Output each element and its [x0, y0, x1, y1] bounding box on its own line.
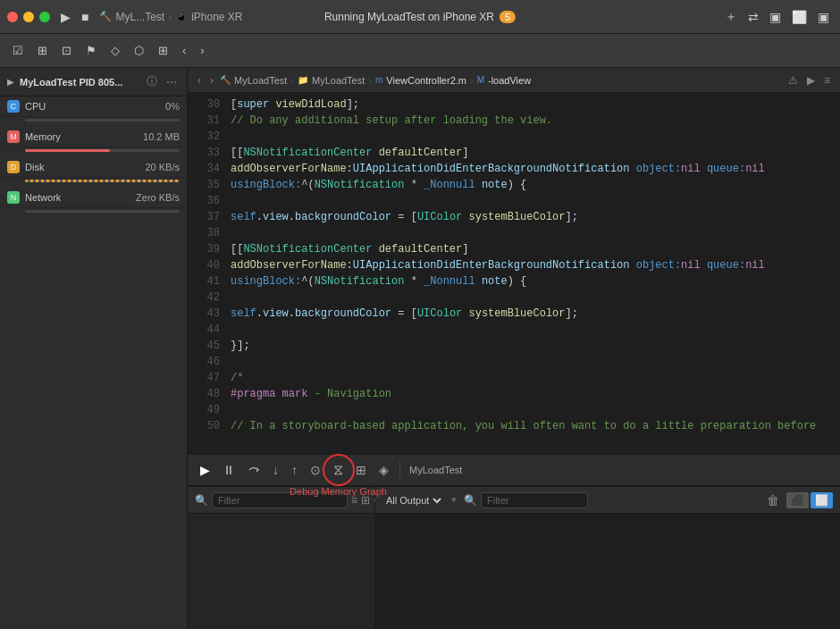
debug-stepout-btn[interactable]: ↑ [286, 460, 303, 480]
layout-split-button[interactable]: ▣ [766, 7, 785, 27]
close-button[interactable] [7, 12, 18, 22]
nav-group[interactable]: MyLoadTest [312, 75, 365, 86]
add-button[interactable]: ＋ [721, 7, 741, 27]
project-breadcrumb[interactable]: MyL...Test [115, 11, 164, 23]
cpu-value: 0% [165, 101, 180, 112]
cpu-icon: C [7, 100, 20, 113]
memory-metric-row[interactable]: M Memory 10.2 MB [0, 127, 187, 147]
debug-stepin-btn[interactable]: ↓ [267, 460, 284, 480]
debug-stepover-btn[interactable] [242, 461, 265, 479]
debug-pause-btn[interactable]: ⏸ [217, 460, 240, 480]
sidebar-title: MyLoadTest PID 805... [20, 77, 139, 88]
bottom-left: 🔍 ≡ ⊞ ⚙ [188, 487, 375, 629]
disk-label: Disk [25, 162, 145, 172]
code-line: 47 /* [188, 370, 840, 386]
nav-project-icon: 🔨 [220, 75, 231, 85]
layout-full-btn[interactable]: ⬜ [811, 492, 833, 508]
cpu-metric-row[interactable]: C CPU 0% [0, 96, 187, 117]
toolbar-breakpoints[interactable]: ⊡ [56, 41, 77, 60]
memory-bar-fill [25, 149, 110, 152]
output-filter-input[interactable] [481, 492, 588, 508]
nav-warning-btn[interactable]: ⚠ [785, 73, 801, 88]
warning-badge[interactable]: 5 [500, 11, 516, 23]
memory-bar [25, 149, 180, 152]
code-line: 35 usingBlock:^(NSNotification * _Nonnul… [188, 177, 840, 193]
disk-value: 20 KB/s [145, 162, 180, 172]
network-bar-container [0, 208, 187, 218]
back-forward-button[interactable]: ⇄ [744, 7, 762, 27]
network-bar [25, 210, 180, 213]
layout-split-btn[interactable]: ⬛ [786, 492, 809, 508]
bottom-panel: 🔍 ≡ ⊞ ⚙ All Output ▾ 🔍 [188, 486, 840, 629]
device-breadcrumb[interactable]: iPhone XR [191, 11, 242, 23]
nav-method[interactable]: -loadView [488, 75, 531, 86]
stop-button[interactable]: ■ [78, 8, 92, 26]
memory-icon: M [7, 130, 20, 143]
network-value: Zero KB/s [136, 192, 180, 203]
trash-button[interactable]: 🗑 [767, 493, 779, 507]
nav-project[interactable]: MyLoadTest [234, 75, 287, 86]
toolbar-bookmark[interactable]: ⬡ [129, 41, 149, 60]
sidebar-more-btn[interactable]: ⋯ [164, 73, 180, 90]
maximize-button[interactable] [39, 12, 50, 22]
nav-list-btn[interactable]: ≡ [821, 73, 833, 88]
code-line: 38 [188, 225, 840, 241]
code-line: 39 [[NSNotificationCenter defaultCenter] [188, 241, 840, 257]
memory-label: Memory [25, 131, 143, 142]
debug-memory-graph-label: Debug Memory Graph [290, 486, 387, 497]
debug-continue-btn[interactable]: ▶ [195, 460, 215, 480]
layout-full-button[interactable]: ⬜ [788, 7, 811, 27]
disk-icon: D [7, 161, 20, 173]
sidebar: ▶ MyLoadTest PID 805... ⓘ ⋯ C CPU 0% M M… [0, 68, 188, 629]
toolbar-forward[interactable]: › [195, 41, 209, 60]
nav-back-btn[interactable]: ‹ [195, 73, 204, 88]
disk-metric-row[interactable]: D Disk 20 KB/s [0, 157, 187, 178]
editor-area: ‹ › 🔨 MyLoadTest › 📁 MyLoadTest › m View… [188, 68, 840, 629]
layout-right-button[interactable]: ▣ [814, 7, 833, 27]
filter-icon: 🔍 [195, 494, 208, 507]
toolbar-diamond[interactable]: ◇ [105, 41, 125, 60]
debug-viewhierarchy-btn[interactable]: ⊞ [350, 460, 372, 480]
sidebar-app-icon: ▶ [7, 77, 14, 87]
breadcrumb-sep-1: › [168, 11, 172, 23]
sidebar-icons: ⓘ ⋯ [144, 73, 180, 90]
code-line: 37 self.view.backgroundColor = [UIColor … [188, 209, 840, 225]
minimize-button[interactable] [23, 12, 34, 22]
code-content[interactable]: 30 [super viewDidLoad];31 // Do any addi… [188, 93, 840, 454]
nav-group-icon: 📁 [298, 75, 308, 85]
debug-target-label: MyLoadTest [409, 465, 462, 475]
output-bar: All Output ▾ 🔍 🗑 ⬛ ⬜ [375, 487, 840, 514]
code-line: 43 self.view.backgroundColor = [UIColor … [188, 306, 840, 322]
code-line: 44 [188, 322, 840, 338]
nav-forward-btn[interactable]: › [207, 73, 216, 88]
code-line: 30 [super viewDidLoad]; [188, 96, 840, 113]
debug-location-btn[interactable]: ⊙ [305, 460, 326, 480]
toolbar-checkbox[interactable]: ☑ [7, 41, 29, 60]
cpu-bar-container [0, 117, 187, 127]
bottom-left-content [188, 514, 374, 629]
toolbar-back[interactable]: ‹ [177, 41, 191, 60]
right-controls: ＋ ⇄ ▣ ⬜ ▣ [721, 7, 833, 27]
debug-simulate-btn[interactable]: ◈ [374, 460, 394, 480]
debug-memory-graph-btn[interactable]: ⧖ [328, 459, 349, 481]
network-metric-row[interactable]: N Network Zero KB/s [0, 188, 187, 208]
code-line: 40 addObserverForName:UIApplicationDidEn… [188, 257, 840, 273]
main-toolbar: ☑ ⊞ ⊡ ⚑ ◇ ⬡ ⊞ ‹ › [0, 34, 840, 68]
code-line: 49 [188, 402, 840, 418]
nav-file[interactable]: ViewController2.m [386, 75, 466, 86]
output-select[interactable]: All Output [382, 494, 444, 507]
debug-sep [399, 461, 400, 479]
toolbar-add-breakpoint[interactable]: ⊞ [32, 41, 53, 60]
run-button[interactable]: ▶ [57, 8, 74, 26]
project-icon: 🔨 [99, 11, 112, 22]
toolbar-warning-flag[interactable]: ⚑ [80, 41, 102, 60]
nav-error-btn[interactable]: ▶ [804, 73, 818, 88]
toolbar-grid[interactable]: ⊞ [153, 41, 173, 60]
output-filter: 🔍 [464, 492, 588, 508]
sidebar-info-btn[interactable]: ⓘ [144, 73, 160, 90]
run-status-text: Running MyLoadTest on iPhone XR [324, 11, 494, 23]
debug-toolbar: ▶ ⏸ ↓ ↑ ⊙ ⧖ Debug Memory Graph ⊞ ◈ M [188, 454, 840, 486]
editor-nav: ‹ › 🔨 MyLoadTest › 📁 MyLoadTest › m View… [188, 68, 840, 93]
toolbar-left-controls: ▶ ■ [57, 8, 92, 26]
cpu-label: CPU [25, 101, 165, 112]
